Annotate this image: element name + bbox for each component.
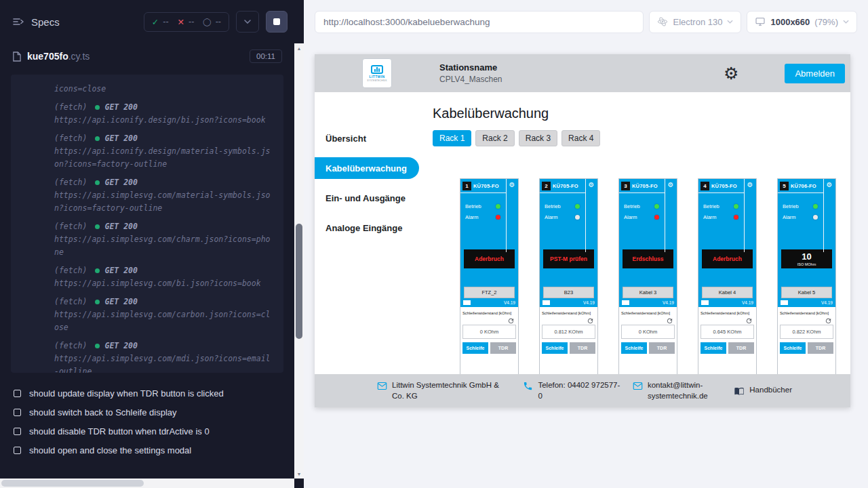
request-url: https://api.simplesvg.com/bi.json?icons=… — [54, 277, 274, 290]
manuals-link[interactable]: Handbücher — [734, 385, 792, 396]
browser-select[interactable]: Electron 130 — [649, 11, 741, 33]
vertical-scrollbar-thumb[interactable] — [296, 224, 302, 339]
schleife-button[interactable]: Schleife — [621, 342, 647, 354]
log-entry-meta: (fetch) GET 200 — [54, 176, 274, 189]
card-horizontal-divider — [698, 192, 745, 193]
spec-basename: kue705fo — [27, 51, 68, 62]
request-status: GET 200 — [95, 101, 137, 114]
alarm-led — [575, 215, 580, 220]
tdr-button[interactable]: TDR — [649, 342, 675, 354]
resistance-value: 0 KOhm — [462, 325, 516, 339]
tdr-button[interactable]: TDR — [728, 342, 754, 354]
tdr-button[interactable]: TDR — [808, 342, 833, 354]
rack-tab[interactable]: Rack 3 — [519, 130, 557, 146]
url-input[interactable] — [323, 17, 635, 27]
betrieb-row: Betrieb — [465, 203, 500, 210]
footer-phone-text: Telefon: 04402 972577-0 — [538, 380, 622, 401]
version-row: V4.19 — [460, 298, 518, 307]
card-settings-gear-icon[interactable]: ⚙ — [745, 182, 755, 188]
log-entry[interactable]: icons=close — [54, 83, 274, 96]
browser-stage: Electron 130 1000x660 (79%) LITTWIN SYST… — [304, 0, 868, 488]
nav-item[interactable]: Kabelüberwachung — [315, 157, 419, 179]
status-alarm-text: Aderbruch — [475, 256, 504, 262]
spec-file-icon — [12, 52, 21, 62]
spec-name[interactable]: kue705fo.cy.ts — [27, 51, 90, 62]
refresh-icon[interactable] — [542, 315, 595, 324]
card-settings-gear-icon[interactable]: ⚙ — [587, 182, 596, 188]
tdr-button[interactable]: TDR — [490, 342, 516, 354]
scroll-down-icon[interactable]: ▼ — [294, 469, 304, 479]
footer-company-text: Littwin Systemtechnik GmbH & Co. KG — [392, 380, 513, 401]
card-vertical-divider — [665, 179, 665, 252]
nav-item[interactable]: Ein- und Ausgänge — [315, 183, 419, 213]
card-settings-gear-icon[interactable]: ⚙ — [825, 182, 834, 188]
collapse-chevron-button[interactable] — [236, 11, 259, 33]
viewport-select[interactable]: 1000x660 (79%) — [747, 11, 857, 33]
schleife-button[interactable]: Schleife — [780, 342, 806, 354]
specs-menu-icon[interactable] — [12, 17, 24, 26]
electron-icon — [657, 16, 668, 27]
test-item[interactable]: should switch back to Schleife display — [14, 403, 294, 422]
logout-button[interactable]: Abmelden — [785, 64, 845, 83]
side-nav: ÜbersichtKabelüberwachungEin- und Ausgän… — [315, 92, 419, 407]
horizontal-scrollbar-thumb[interactable] — [1, 480, 144, 487]
alarm-led — [734, 215, 738, 220]
settings-gear-icon[interactable]: ⚙ — [724, 65, 738, 82]
monitor-icon — [755, 16, 766, 27]
refresh-icon[interactable] — [621, 315, 675, 324]
horizontal-scrollbar[interactable] — [0, 479, 294, 488]
card-number-badge: 2 — [542, 182, 551, 190]
footer-company: Littwin Systemtechnik GmbH & Co. KG — [377, 380, 513, 401]
logo-text: LITTWIN — [369, 75, 384, 79]
schleife-button[interactable]: Schleife — [542, 342, 568, 354]
log-entry-meta: (fetch) GET 200 — [54, 220, 274, 233]
card-settings-gear-icon[interactable]: ⚙ — [666, 182, 675, 188]
logo-subtext: SYSTEMTECHNIK — [367, 79, 387, 82]
schleife-button[interactable]: Schleife — [701, 342, 726, 354]
measurement-panel: Schleifenwiderstand [kOhm] 0 KOhm Schlei… — [619, 307, 677, 382]
led-panel: Betrieb Alarm — [619, 203, 677, 221]
vertical-scrollbar[interactable]: ▲ ▼ — [294, 43, 304, 479]
pending-icon: ◯ — [203, 18, 211, 26]
log-entry[interactable]: (fetch) GET 200 https://api.simplesvg.co… — [54, 340, 274, 373]
card-settings-gear-icon[interactable]: ⚙ — [507, 182, 517, 188]
firmware-version: V4.19 — [583, 300, 595, 305]
scroll-up-icon[interactable]: ▲ — [294, 43, 304, 53]
nav-item[interactable]: Analoge Eingänge — [315, 213, 419, 243]
test-item[interactable]: should disable TDR button when tdrActive… — [14, 422, 294, 441]
log-entry[interactable]: (fetch) GET 200 https://api.simplesvg.co… — [54, 296, 274, 334]
app-header: LITTWIN SYSTEMTECHNIK Stationsname CPLV4… — [315, 54, 850, 92]
log-entry[interactable]: (fetch) GET 200 https://api.iconify.desi… — [54, 132, 274, 171]
betrieb-label: Betrieb — [703, 203, 719, 209]
nav-item[interactable]: Übersicht — [315, 123, 419, 153]
measurement-panel: Schleifenwiderstand [kOhm] 0.645 KOhm Sc… — [698, 307, 756, 382]
card-horizontal-divider — [619, 192, 665, 193]
rack-tab[interactable]: Rack 4 — [561, 130, 600, 146]
rack-tab[interactable]: Rack 2 — [475, 130, 514, 146]
fetch-label: (fetch) — [54, 176, 87, 189]
tdr-button[interactable]: TDR — [570, 342, 595, 354]
specs-label[interactable]: Specs — [31, 16, 60, 28]
log-entry-meta: (fetch) GET 200 — [54, 132, 274, 145]
rack-tab[interactable]: Rack 1 — [433, 130, 471, 146]
alarm-row: Alarm — [783, 214, 818, 221]
station-info: Stationsname CPLV4_Maschen — [439, 62, 502, 84]
status-alarm-text: Aderbruch — [713, 256, 742, 262]
log-entry[interactable]: (fetch) GET 200 https://api.simplesvg.co… — [54, 176, 274, 215]
test-stats: ✓-- ✕-- ◯-- — [144, 12, 229, 32]
card-number-badge: 3 — [621, 182, 630, 190]
log-entry[interactable]: (fetch) GET 200 https://api.iconify.desi… — [54, 101, 274, 127]
refresh-icon[interactable] — [780, 315, 833, 324]
refresh-icon[interactable] — [701, 315, 754, 324]
log-entry[interactable]: (fetch) GET 200 https://api.simplesvg.co… — [54, 264, 274, 290]
betrieb-row: Betrieb — [783, 203, 818, 210]
schleife-button[interactable]: Schleife — [462, 342, 488, 354]
refresh-icon[interactable] — [462, 315, 516, 324]
log-entry[interactable]: (fetch) GET 200 https://api.simplesvg.co… — [54, 220, 274, 259]
status-value: 10 — [802, 252, 811, 261]
test-item[interactable]: should open and close the settings modal — [14, 441, 294, 460]
test-item[interactable]: should update display when TDR button is… — [14, 384, 294, 403]
device-card: 5 KÜ706-FO ⚙ Betrieb Alarm 10 ISO MOhm K… — [777, 178, 836, 382]
stop-button[interactable] — [266, 11, 288, 33]
resistance-value: 0.822 KOhm — [780, 325, 833, 339]
